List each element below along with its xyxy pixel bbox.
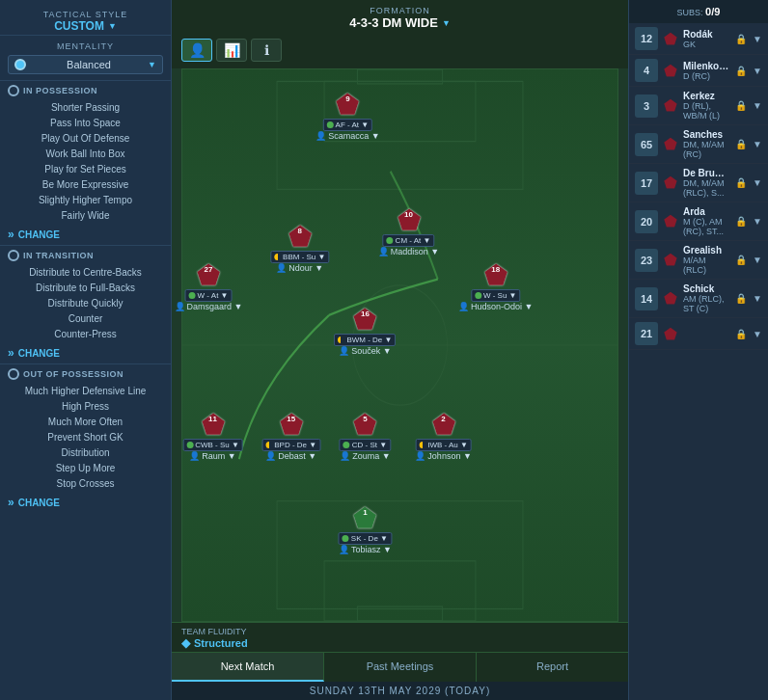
svg-rect-6 [357, 69, 442, 84]
dropdown-icon-debruyne[interactable]: ▼ [753, 177, 762, 188]
sub-item-arda[interactable]: 20 ⬟ Arda M (C), AM (RC), ST... 🔒 ▼ [629, 202, 768, 241]
fluidity-value: ◆ Structured [181, 636, 268, 650]
in-possession-change-btn[interactable]: » CHANGE [8, 228, 163, 241]
sub-position-debruyne: DM, M/AM (RLC), S... [683, 178, 729, 198]
player-hudson-odoi[interactable]: ⬟ 18 W - Su ▼ 👤 Hudson-Odoi ▼ [458, 262, 533, 311]
player-shirt-raum: ⬟ 11 [202, 412, 225, 439]
player-debast[interactable]: ⬟ 15 BPD - De ▼ 👤 Debast ▼ [261, 412, 320, 461]
bottom-tabs: Next Match Past Meetings Report [172, 652, 628, 682]
sub-number-grealish: 23 [635, 249, 658, 272]
tab-past-meetings[interactable]: Past Meetings [324, 653, 477, 682]
tab-next-match[interactable]: Next Match [172, 653, 324, 682]
in-transition-item-2: Distribute to Full-Backs [8, 281, 163, 296]
player-tobiasz[interactable]: ⬟ 1 SK - De ▼ 👤 Tobiasz ▼ [339, 505, 392, 554]
out-of-possession-item-5: Distribution [8, 445, 163, 461]
sub-item-debruyne[interactable]: 17 ⬟ De Bruyne DM, M/AM (RLC), S... 🔒 ▼ [629, 164, 768, 202]
sub-item-9[interactable]: 21 ⬟ 🔒 ▼ [629, 318, 768, 350]
player-maddison[interactable]: ⬟ 10 CM - At ▼ 👤 Maddison ▼ [378, 207, 439, 256]
in-transition-change-btn[interactable]: » CHANGE [8, 346, 163, 360]
lock-icon-rodak: 🔒 [735, 34, 747, 44]
person-icon-damsgaard: 👤 [175, 302, 185, 311]
person-icon-zouma: 👤 [340, 451, 350, 461]
player-role-hudson-odoi: W - Su ▼ [471, 289, 521, 302]
sub-item-rodak[interactable]: 12 ⬟ Rodák GK 🔒 ▼ [629, 23, 768, 55]
role-dot-maddison [387, 237, 394, 244]
sub-item-grealish[interactable]: 23 ⬟ Grealish M/AM (RLC) 🔒 ▼ [629, 241, 768, 280]
tab-report[interactable]: Report [477, 653, 628, 682]
player-shirt-debast: ⬟ 15 [280, 412, 303, 439]
sub-position-grealish: M/AM (RLC) [683, 256, 729, 275]
player-shirt-ndour: ⬟ 8 [288, 224, 312, 251]
tactical-style-value[interactable]: CUSTOM ▼ [8, 19, 163, 33]
sub-number-sanches: 65 [635, 133, 658, 156]
sub-shirt-kerkez: ⬟ [664, 96, 677, 115]
fluidity-value-text: Structured [194, 637, 248, 649]
formation-value[interactable]: 4-3-3 DM WIDE ▼ [172, 15, 628, 30]
in-transition-change-icon: » [8, 346, 14, 360]
player-name-zouma: 👤 Zouma ▼ [340, 451, 390, 461]
sub-item-schick[interactable]: 14 ⬟ Schick AM (RLC), ST (C) 🔒 ▼ [629, 280, 768, 318]
player-shirt-tobiasz: ⬟ 1 [353, 505, 376, 532]
role-dot-ndour [274, 254, 281, 260]
player-role-damsgaard: W - At ▼ [185, 289, 233, 302]
player-ndour[interactable]: ⬟ 8 BBM - Su ▼ 👤 Ndour ▼ [270, 224, 329, 273]
view-tab-stats-icon: 📊 [224, 42, 240, 58]
sub-shirt-milenkovic: ⬟ [664, 62, 677, 80]
player-shirt-johnson: ⬟ 2 [432, 412, 455, 439]
view-tab-info[interactable]: ℹ [251, 39, 282, 62]
mentality-circle-icon [14, 59, 26, 70]
sub-position-rodak: GK [683, 40, 729, 49]
mentality-section: MENTALITY Balanced ▼ [0, 35, 171, 80]
dropdown-icon-arda[interactable]: ▼ [753, 216, 762, 227]
person-icon-debast: 👤 [265, 451, 276, 461]
sub-shirt-9: ⬟ [664, 325, 677, 343]
dropdown-icon-kerkez[interactable]: ▼ [753, 100, 762, 111]
sub-name-grealish: Grealish [683, 245, 729, 256]
in-transition-item-4: Counter [8, 311, 163, 327]
sub-shirt-rodak: ⬟ [664, 30, 677, 48]
player-role-johnson: IWB - Au ▼ [415, 439, 472, 451]
dropdown-icon-grealish[interactable]: ▼ [753, 255, 762, 265]
dropdown-icon-milenkovic[interactable]: ▼ [753, 66, 762, 76]
pitch: ⬟ 9 AF - At ▼ 👤 Scamacca ▼ ⬟ 27 W - At ▼ [181, 68, 618, 622]
out-of-possession-change-btn[interactable]: » CHANGE [8, 496, 163, 509]
dropdown-icon-sanches[interactable]: ▼ [753, 139, 762, 149]
sub-item-kerkez[interactable]: 3 ⬟ Kerkez D (RL), WB/M (L) 🔒 ▼ [629, 87, 768, 125]
player-role-debast: BPD - De ▼ [261, 439, 320, 451]
mentality-value: Balanced [67, 59, 111, 70]
sub-name-milenkovic: Milenković [683, 61, 729, 71]
player-johnson[interactable]: ⬟ 2 IWB - Au ▼ 👤 Johnson ▼ [415, 412, 472, 461]
view-tab-pitch[interactable]: 👤 [181, 39, 212, 62]
out-of-possession-item-1: Much Higher Defensive Line [8, 384, 163, 399]
mentality-dropdown[interactable]: Balanced ▼ [8, 55, 163, 74]
dropdown-icon-rodak[interactable]: ▼ [753, 34, 762, 44]
player-scamacca[interactable]: ⬟ 9 AF - At ▼ 👤 Scamacca ▼ [315, 92, 379, 141]
player-shirt-maddison: ⬟ 10 [398, 207, 421, 234]
dropdown-icon-schick[interactable]: ▼ [753, 293, 762, 304]
player-shirt-zouma: ⬟ 5 [353, 412, 376, 439]
sub-info-debruyne: De Bruyne DM, M/AM (RLC), S... [683, 168, 729, 198]
in-possession-items: Shorter Passing Pass Into Space Play Out… [8, 100, 163, 224]
in-possession-icon [8, 85, 19, 96]
fluidity-section: TEAM FLUIDITY ◆ Structured [181, 627, 268, 650]
svg-rect-5 [324, 561, 476, 621]
player-name-johnson: 👤 Johnson ▼ [415, 451, 471, 461]
sub-info-milenkovic: Milenković D (RC) [683, 61, 729, 81]
sub-item-sanches[interactable]: 65 ⬟ Sanches DM, M/AM (RC) 🔒 ▼ [629, 125, 768, 164]
sub-info-schick: Schick AM (RLC), ST (C) [683, 283, 729, 313]
dropdown-icon-9[interactable]: ▼ [753, 329, 762, 339]
lock-icon-schick: 🔒 [735, 293, 747, 304]
player-zouma[interactable]: ⬟ 5 CD - St ▼ 👤 Zouma ▼ [340, 412, 391, 461]
tactical-style-section: TACTICAL STYLE CUSTOM ▼ [0, 6, 171, 35]
mentality-label: MENTALITY [8, 41, 163, 51]
fluidity-diamond-icon: ◆ [181, 636, 190, 650]
in-possession-change-label: CHANGE [18, 229, 60, 240]
role-dot-soucek [338, 337, 344, 343]
player-damsgaard[interactable]: ⬟ 27 W - At ▼ 👤 Damsgaard ▼ [175, 262, 243, 311]
player-raum[interactable]: ⬟ 11 CWB - Su ▼ 👤 Raum ▼ [182, 412, 243, 461]
view-tab-pitch-icon: 👤 [189, 42, 206, 58]
view-tab-stats[interactable]: 📊 [216, 39, 247, 62]
out-of-possession-item-3: Much More Often [8, 415, 163, 430]
player-soucek[interactable]: ⬟ 16 BWM - De ▼ 👤 Souček ▼ [334, 307, 396, 356]
sub-item-milenkovic[interactable]: 4 ⬟ Milenković D (RC) 🔒 ▼ [629, 55, 768, 87]
